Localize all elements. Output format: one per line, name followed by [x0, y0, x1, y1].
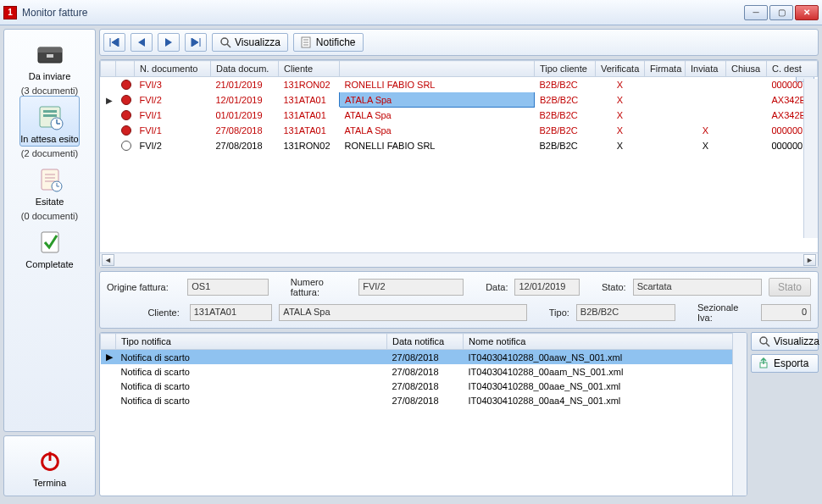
table-row[interactable]: FVI/101/01/2019131ATA01ATALA SpaB2B/B2CX… [101, 108, 818, 123]
grid-cell[interactable]: ATALA Spa [340, 108, 535, 123]
grid-vertical-scrollbar[interactable] [803, 79, 818, 238]
grid-cell[interactable] [686, 77, 726, 92]
grid-column-header[interactable]: Tipo cliente [535, 61, 596, 77]
notification-grid[interactable]: Tipo notificaData notificaNome notifica … [100, 333, 747, 408]
grid-cell[interactable] [726, 108, 767, 123]
grid-cell[interactable]: 01/01/2019 [211, 108, 279, 123]
grid-column-header[interactable]: Chiusa [726, 61, 767, 77]
notif-cell[interactable] [101, 379, 116, 394]
notif-esporta-button[interactable]: Esporta [751, 354, 819, 373]
grid-cell[interactable]: FVI/3 [135, 77, 211, 92]
table-row[interactable]: FVI/227/08/2018131RON02RONELLI FABIO SRL… [101, 138, 818, 153]
grid-cell[interactable] [101, 123, 116, 138]
grid-cell[interactable] [726, 77, 767, 92]
grid-cell[interactable] [116, 138, 135, 153]
notif-row[interactable]: Notifica di scarto27/08/2018IT0403041028… [101, 394, 747, 408]
grid-cell[interactable]: FVI/2 [135, 92, 211, 108]
grid-cell[interactable]: FVI/1 [135, 108, 211, 123]
grid-column-header[interactable] [116, 61, 135, 77]
grid-cell[interactable]: FVI/2 [135, 138, 211, 153]
nav-last-button[interactable] [185, 33, 207, 52]
grid-cell[interactable]: RONELLI FABIO SRL [340, 138, 535, 153]
grid-column-header[interactable]: N. documento [135, 61, 211, 77]
grid-cell[interactable] [116, 92, 135, 108]
grid-cell[interactable]: 27/08/2018 [211, 123, 279, 138]
visualizza-button[interactable]: Visualizza [212, 33, 288, 52]
notif-cell[interactable]: Notifica di scarto [116, 350, 387, 365]
grid-cell[interactable]: FVI/1 [135, 123, 211, 138]
grid-column-header[interactable]: Inviata [686, 61, 726, 77]
grid-cell[interactable]: 131ATA01 [279, 108, 340, 123]
grid-cell[interactable]: X [596, 77, 645, 92]
grid-cell[interactable]: 131RON02 [279, 77, 340, 92]
grid-cell[interactable] [116, 123, 135, 138]
notif-column-header[interactable] [101, 334, 116, 350]
grid-cell[interactable]: B2B/B2C [535, 92, 596, 108]
grid-cell[interactable]: 21/01/2019 [211, 77, 279, 92]
notif-cell[interactable]: 27/08/2018 [387, 394, 464, 408]
grid-cell[interactable] [101, 108, 116, 123]
nav-first-button[interactable] [103, 33, 125, 52]
grid-cell[interactable] [645, 138, 686, 153]
sidebar-item-esitate[interactable]: Esitate [19, 158, 80, 209]
grid-cell[interactable] [726, 123, 767, 138]
sidebar-item-in-attesa-esito[interactable]: In attesa esito [19, 96, 80, 147]
grid-horizontal-scrollbar[interactable]: ◄ ► [100, 252, 818, 267]
grid-cell[interactable]: B2B/B2C [535, 123, 596, 138]
grid-cell[interactable]: ATALA Spa [340, 123, 535, 138]
notif-vertical-scrollbar[interactable] [732, 333, 747, 496]
notif-cell[interactable]: 27/08/2018 [387, 365, 464, 379]
notif-cell[interactable]: Notifica di scarto [116, 379, 387, 394]
grid-cell[interactable]: X [596, 92, 645, 108]
notif-cell[interactable]: Notifica di scarto [116, 365, 387, 379]
grid-column-header[interactable]: Verificata [596, 61, 645, 77]
sidebar-item-completate[interactable]: Completate [19, 221, 80, 272]
grid-cell[interactable] [101, 77, 116, 92]
grid-cell[interactable] [645, 77, 686, 92]
notif-cell[interactable] [101, 365, 116, 379]
grid-cell[interactable]: X [596, 138, 645, 153]
notif-column-header[interactable]: Tipo notifica [116, 334, 387, 350]
notif-column-header[interactable]: Nome notifica [464, 334, 747, 350]
terminate-button[interactable]: Termina [8, 440, 92, 490]
minimize-button[interactable]: ─ [744, 5, 768, 20]
grid-cell[interactable] [645, 92, 686, 108]
grid-cell[interactable]: 131RON02 [279, 138, 340, 153]
grid-column-header[interactable]: Data docum. [211, 61, 279, 77]
notifiche-button[interactable]: Notifiche [293, 33, 364, 52]
grid-cell[interactable] [101, 138, 116, 153]
table-row[interactable]: ▶FVI/212/01/2019131ATA01ATALA SpaB2B/B2C… [101, 92, 818, 108]
nav-next-button[interactable] [158, 33, 180, 52]
notif-row[interactable]: ▶Notifica di scarto27/08/2018IT040304102… [101, 350, 747, 365]
invoice-grid[interactable]: N. documentoData docum.ClienteTipo clien… [100, 60, 818, 153]
grid-cell[interactable] [726, 138, 767, 153]
notif-cell[interactable]: IT04030410288_00aa4_NS_001.xml [464, 394, 747, 408]
grid-cell[interactable]: 131ATA01 [279, 92, 340, 108]
table-row[interactable]: FVI/321/01/2019131RON02RONELLI FABIO SRL… [101, 77, 818, 92]
notif-cell[interactable]: IT04030410288_00aaw_NS_001.xml [464, 350, 747, 365]
notif-row[interactable]: Notifica di scarto27/08/2018IT0403041028… [101, 365, 747, 379]
grid-cell[interactable] [645, 123, 686, 138]
scroll-left-button[interactable]: ◄ [102, 254, 114, 266]
grid-cell[interactable] [726, 92, 767, 108]
sidebar-item-da-inviare[interactable]: Da inviare [19, 33, 80, 84]
table-row[interactable]: FVI/127/08/2018131ATA01ATALA SpaB2B/B2CX… [101, 123, 818, 138]
nav-prev-button[interactable] [131, 33, 153, 52]
grid-cell[interactable]: B2B/B2C [535, 77, 596, 92]
grid-cell[interactable]: ATALA Spa [340, 92, 535, 108]
notif-visualizza-button[interactable]: Visualizza [751, 332, 819, 351]
grid-column-header[interactable]: Cliente [279, 61, 340, 77]
grid-cell[interactable]: 12/01/2019 [211, 92, 279, 108]
grid-cell[interactable]: B2B/B2C [535, 138, 596, 153]
grid-cell[interactable] [645, 108, 686, 123]
grid-cell[interactable]: RONELLI FABIO SRL [340, 77, 535, 92]
grid-column-header[interactable] [101, 61, 116, 77]
notif-cell[interactable]: Notifica di scarto [116, 394, 387, 408]
grid-cell[interactable] [116, 108, 135, 123]
grid-cell[interactable]: X [686, 123, 726, 138]
grid-cell[interactable]: B2B/B2C [535, 108, 596, 123]
grid-cell[interactable]: ▶ [101, 92, 116, 108]
grid-cell[interactable] [686, 108, 726, 123]
notif-cell[interactable]: IT04030410288_00aam_NS_001.xml [464, 365, 747, 379]
grid-cell[interactable] [686, 92, 726, 108]
